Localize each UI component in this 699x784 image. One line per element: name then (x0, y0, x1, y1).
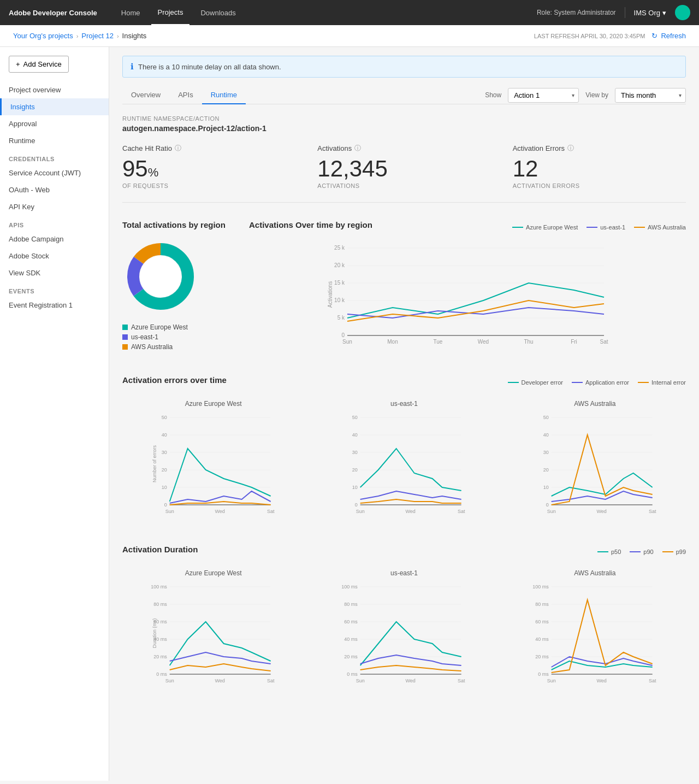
org-selector[interactable]: IMS Org ▾ (634, 9, 666, 17)
duration-chart-aws: AWS Australia 100 ms 80 ms 60 ms 40 ms 2… (504, 569, 686, 692)
svg-text:Duration (ms): Duration (ms) (152, 618, 157, 649)
metric-cache-info-icon[interactable]: ⓘ (175, 144, 181, 153)
sidebar-item-insights[interactable]: Insights (0, 98, 109, 115)
breadcrumb-project[interactable]: Project 12 (81, 32, 114, 40)
svg-text:50: 50 (162, 415, 167, 420)
sidebar-section-apis: APIS (0, 215, 109, 231)
legend-useast: us-east-1 (122, 333, 232, 341)
breadcrumb-sep-1: › (76, 33, 79, 39)
duration-useast-chart: 100 ms 80 ms 60 ms 40 ms 20 ms 0 ms Sun (313, 581, 495, 691)
svg-text:0 ms: 0 ms (538, 671, 549, 677)
viewby-select[interactable]: This month Last 7 days Last 30 days (615, 88, 686, 103)
add-service-button[interactable]: + Add Service (9, 56, 69, 73)
svg-text:Wed: Wed (596, 678, 606, 683)
top-nav: Adobe Developer Console Home Projects Do… (0, 0, 699, 25)
sidebar-item-oauth-web[interactable]: OAuth - Web (0, 181, 109, 198)
sidebar-item-adobe-stock[interactable]: Adobe Stock (0, 247, 109, 264)
metric-cache-unit: % (148, 166, 159, 179)
activation-errors-legend: Developer error Application error Intern… (508, 379, 686, 386)
svg-text:20 k: 20 k (334, 262, 345, 268)
total-activations-card: Total activations by region Azure Eur (122, 220, 232, 353)
show-select[interactable]: Action 1 Action 2 (508, 88, 579, 103)
svg-text:Sun: Sun (356, 678, 365, 683)
avatar[interactable] (675, 5, 690, 20)
activations-over-time-title: Activations Over time by region (249, 220, 372, 229)
metric-cache-sublabel: OF REQUESTS (122, 182, 295, 189)
legend-app-error-label: Application error (585, 379, 629, 386)
breadcrumb-current: Insights (122, 32, 147, 40)
svg-text:20 ms: 20 ms (344, 654, 358, 659)
runtime-path: autogen.namespace.Project-12/action-1 (122, 124, 686, 133)
tab-overview[interactable]: Overview (122, 86, 169, 104)
svg-text:10: 10 (352, 485, 358, 490)
sidebar-item-service-account[interactable]: Service Account (JWT) (0, 164, 109, 181)
svg-text:20 ms: 20 ms (153, 654, 167, 659)
sidebar-item-api-key[interactable]: API Key (0, 198, 109, 215)
legend-int-error-label: Internal error (651, 379, 686, 386)
sidebar-item-runtime[interactable]: Runtime (0, 132, 109, 149)
errors-chart-useast: us-east-1 50 40 30 20 10 0 (313, 400, 495, 523)
metric-act-info-icon[interactable]: ⓘ (354, 144, 361, 153)
tab-runtime[interactable]: Runtime (202, 86, 246, 104)
errors-chart-aws: AWS Australia 50 40 30 20 10 0 (504, 400, 686, 523)
svg-text:Mon: Mon (387, 339, 398, 345)
legend-azure: Azure Europe West (122, 323, 232, 331)
nav-projects[interactable]: Projects (151, 0, 190, 25)
svg-text:Sat: Sat (267, 509, 275, 514)
errors-useast-title: us-east-1 (313, 400, 495, 408)
info-banner: ℹ There is a 10 minute delay on all data… (122, 56, 686, 78)
svg-text:10: 10 (162, 485, 167, 490)
svg-text:40: 40 (162, 432, 167, 438)
add-service-label: Add Service (23, 60, 62, 68)
tab-apis[interactable]: APIs (169, 86, 202, 104)
metric-err-title: Activation Errors ⓘ (513, 144, 686, 153)
activations-line-chart: 25 k 20 k 15 k 10 k 5 k 0 Sun Mon Tue (249, 243, 686, 352)
sidebar-item-event-reg-1[interactable]: Event Registration 1 (0, 297, 109, 314)
duration-chart-azure: Azure Europe West 100 ms 80 ms 60 ms 40 … (122, 569, 304, 692)
sidebar: + Add Service Project overview Insights … (0, 47, 109, 781)
svg-text:Sun: Sun (547, 678, 555, 683)
errors-useast-chart: 50 40 30 20 10 0 Sun Wed S (313, 412, 495, 521)
legend-useast-line-icon (587, 227, 597, 228)
breadcrumb-sep-2: › (117, 33, 119, 39)
duration-chart-useast: us-east-1 100 ms 80 ms 60 ms 40 ms 20 ms (313, 569, 495, 692)
svg-text:Wed: Wed (406, 509, 416, 514)
breadcrumb-orgs[interactable]: Your Org's projects (13, 32, 73, 40)
last-refresh-label: LAST REFRESH APRIL 30, 2020 3:45PM (534, 33, 645, 39)
sidebar-item-approval[interactable]: Approval (0, 115, 109, 132)
donut-legend: Azure Europe West us-east-1 AWS Australi… (122, 323, 232, 351)
metric-activation-errors: Activation Errors ⓘ 12 ACTIVATION ERRORS (513, 144, 686, 189)
runtime-namespace: RUNTIME NAMESPACE/ACTION autogen.namespa… (122, 115, 686, 133)
nav-downloads[interactable]: Downloads (194, 0, 242, 25)
legend-useast-dot (122, 334, 128, 340)
errors-chart-azure: Azure Europe West 50 40 30 20 10 0 (122, 400, 304, 523)
metric-err-info-icon[interactable]: ⓘ (567, 144, 574, 153)
svg-text:Number of errors: Number of errors (152, 445, 157, 482)
svg-text:80 ms: 80 ms (344, 602, 358, 607)
legend-azure-line-icon (512, 227, 523, 228)
main-layout: + Add Service Project overview Insights … (0, 47, 699, 781)
sidebar-item-adobe-campaign[interactable]: Adobe Campaign (0, 231, 109, 247)
legend-aws-label: AWS Australia (131, 343, 173, 351)
metric-cache-hit-ratio: Cache Hit Ratio ⓘ 95% OF REQUESTS (122, 144, 295, 189)
refresh-button[interactable]: ↻ Refresh (651, 32, 686, 40)
metric-err-sublabel: ACTIVATION ERRORS (513, 182, 686, 189)
nav-home[interactable]: Home (115, 0, 147, 25)
svg-text:25 k: 25 k (334, 245, 345, 251)
legend-p50-label: p50 (611, 549, 621, 555)
svg-text:Sun: Sun (356, 509, 365, 514)
plus-icon: + (16, 60, 20, 68)
svg-text:Sat: Sat (458, 509, 465, 514)
errors-aws-title: AWS Australia (504, 400, 686, 408)
sidebar-item-view-sdk[interactable]: View SDK (0, 264, 109, 281)
metric-cache-value: 95% (122, 157, 295, 180)
nav-links: Home Projects Downloads (115, 0, 537, 25)
metric-cache-title: Cache Hit Ratio ⓘ (122, 144, 295, 153)
metric-activations: Activations ⓘ 12,345 ACTIVATIONS (317, 144, 490, 189)
svg-text:Wed: Wed (406, 678, 416, 683)
sidebar-item-project-overview[interactable]: Project overview (0, 81, 109, 98)
duration-aws-title: AWS Australia (504, 569, 686, 577)
duration-useast-title: us-east-1 (313, 569, 495, 577)
svg-text:Sat: Sat (267, 678, 275, 683)
nav-right: Role: System Administrator IMS Org ▾ (537, 5, 690, 20)
